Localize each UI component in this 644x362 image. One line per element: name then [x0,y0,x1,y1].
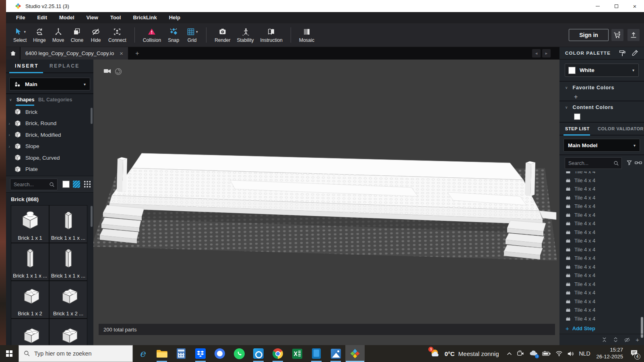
add-favorite-color-button[interactable]: + [574,93,578,101]
model-dropdown[interactable]: Main ▾ [9,78,90,90]
expand-chevron-icon[interactable]: › [7,132,11,137]
taskbar-search[interactable]: Typ hier om te zoeken [19,345,133,362]
step-list-item[interactable]: Tile 4 x 4 [559,185,644,193]
add-icon[interactable]: + [636,336,639,343]
step-search-input[interactable] [565,160,613,166]
category-item[interactable]: Brick [6,106,93,118]
paint-roller-icon[interactable] [619,49,626,57]
cart-button[interactable] [611,29,623,41]
meet-now-icon[interactable] [517,350,524,357]
category-scrollbar[interactable] [91,108,93,124]
rotate-view-icon[interactable] [114,68,122,76]
grid-view-icon[interactable] [84,181,91,188]
step-list-item[interactable]: Tile 4 x 4 [559,245,644,254]
menu-item[interactable]: Help [163,12,186,23]
tab-scroll-right-button[interactable]: ▸ [542,49,551,58]
step-list-item[interactable]: Tile 4 x 4 [559,254,644,263]
taskbar-app-studio[interactable] [345,345,365,362]
menu-item[interactable]: BrickLink [127,12,163,23]
step-list-item[interactable]: Tile 4 x 4 [559,228,644,237]
current-color-swatch[interactable] [62,181,70,188]
part-item[interactable] [11,319,49,345]
volume-icon[interactable] [567,351,574,357]
category-item[interactable]: › Slope [6,141,93,152]
menu-item[interactable]: Edit [31,12,53,23]
connect-tool-button[interactable]: Connect [105,24,130,46]
menu-item[interactable]: Model [53,12,80,23]
step-list-item[interactable]: Tile 4 x 4 [559,211,644,220]
menu-item[interactable]: View [80,12,104,23]
step-list-item[interactable]: Tile 4 x 4 [559,297,644,306]
part-item[interactable]: Brick 1 x 1 x ... [49,243,87,281]
part-item[interactable] [49,319,87,345]
instruction-button[interactable]: Instruction [257,24,286,46]
start-button[interactable] [0,345,19,362]
taskbar-app-signal[interactable] [210,345,229,362]
color-dropdown[interactable]: White ▾ [565,64,639,77]
expand-chevron-icon[interactable]: › [7,144,11,149]
tray-expand-icon[interactable] [506,351,512,356]
tab-bl-categories[interactable]: BL Categories [38,97,72,103]
snap-toggle-button[interactable]: Snap [164,24,183,46]
menu-item[interactable]: File [10,12,31,23]
tab-insert[interactable]: INSERT [15,63,39,69]
category-item[interactable]: Plate [6,164,93,175]
glasses-icon[interactable] [634,159,642,166]
results-scrollbar[interactable] [91,206,93,227]
close-button[interactable]: × [625,0,644,12]
step-list-item[interactable]: Tile 4 x 4 [559,219,644,228]
hide-tool-button[interactable]: Hide [87,24,105,46]
taskbar-app-excel[interactable] [287,345,307,362]
taskbar-app-ie[interactable]: e [133,345,152,362]
new-tab-button[interactable]: + [131,47,143,60]
hide-colors-toggle-icon[interactable] [73,181,80,188]
category-item[interactable]: Slope, Curved [6,152,93,164]
hidden-parts-icon[interactable] [624,337,630,343]
taskbar-app-photos[interactable] [326,345,345,362]
step-list-item[interactable]: Tile 4 x 4 [559,280,644,289]
taskbar-app-outlook[interactable] [249,345,268,362]
tab-step-list[interactable]: STEP LIST [565,126,590,131]
step-list-item[interactable]: Tile 4 x 4 [559,263,644,272]
home-tab-button[interactable] [6,47,20,60]
step-model-dropdown[interactable]: Main Model ▾ [564,139,640,152]
tab-close-icon[interactable]: × [120,50,123,57]
menu-item[interactable]: Tool [104,12,127,23]
tab-replace[interactable]: REPLACE [50,63,80,69]
part-item[interactable]: Brick 1 x 2 [11,281,49,319]
part-item[interactable]: Brick 1 x 2 ... [49,281,87,319]
filter-icon[interactable] [626,159,633,166]
tab-color-validator[interactable]: COLOR VALIDATOR [598,126,644,131]
collapse-chevron-icon[interactable]: ∨ [565,105,568,109]
onedrive-tray-item[interactable]: i [529,350,538,358]
step-list-item[interactable]: Tile 4 x 4 [559,193,644,202]
sign-in-button[interactable]: Sign in [569,29,609,41]
step-list-item[interactable]: Tile 4 x 4 [559,202,644,211]
part-item[interactable]: Brick 1 x 1 x ... [11,243,49,281]
taskbar-app-whatsapp[interactable] [229,345,249,362]
step-list-item[interactable]: Tile 4 x 4 [559,271,644,280]
clone-tool-button[interactable]: Clone [68,24,87,46]
taskbar-app-calculator[interactable] [171,345,191,362]
collapse-chevron-icon[interactable]: ∨ [9,98,12,102]
add-step-button[interactable]: + Add Step [566,325,595,332]
mosaic-button[interactable]: Mosaic [296,24,318,46]
collapse-chevron-icon[interactable]: ∨ [565,86,568,90]
step-list-item[interactable]: Tile 4 x 4 [559,171,644,176]
step-list-item[interactable]: Tile 4 x 4 [559,315,644,323]
tab-shapes[interactable]: Shapes [17,97,34,103]
part-item[interactable]: Brick 1 x 1 [11,205,49,243]
grid-settings-button[interactable]: ▾ Grid [183,24,201,46]
keyboard-language[interactable]: NLD [579,350,590,357]
viewport-3d[interactable]: 200 total parts [93,60,559,345]
maximize-button[interactable] [607,0,625,12]
camera-view-icon[interactable] [103,68,111,75]
select-tool-button[interactable]: ▾ Select [10,24,30,46]
weather-widget[interactable]: 1 0°C Meestal zonnig [430,348,499,359]
document-tab[interactable]: 6400 lego_Copy_Copy_Copy_Copy.io × [21,47,128,60]
tray-clock[interactable]: 15:27 26-12-2025 [597,347,623,360]
hinge-tool-button[interactable]: Hinge [30,24,49,46]
step-list-item[interactable]: Tile 4 x 4 [559,288,644,297]
step-list-item[interactable]: Tile 4 x 4 [559,306,644,315]
notification-center-button[interactable]: 4 [630,349,638,358]
